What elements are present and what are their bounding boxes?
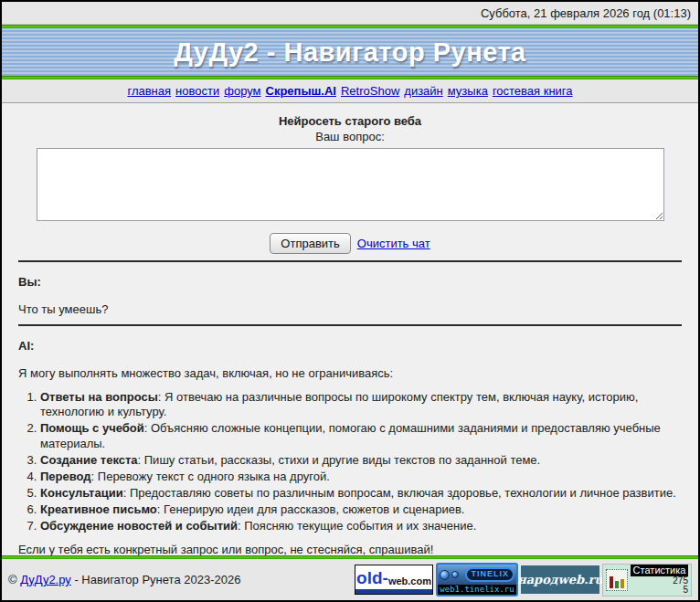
- list-item: Обсуждение новостей и событий: Поясняю т…: [40, 519, 682, 534]
- clear-chat-link[interactable]: Очистить чат: [357, 237, 430, 250]
- list-item-term: Креативное письмо: [40, 502, 157, 516]
- oldweb-banner-stripe: [355, 589, 432, 594]
- list-item-desc: : Пишу статьи, рассказы, стихи и другие …: [138, 453, 541, 467]
- narodweb-banner[interactable]: народweb.ru: [521, 565, 599, 594]
- list-item: Креативное письмо: Генерирую идеи для ра…: [40, 502, 682, 518]
- page: Суббота, 21 февраля 2026 год (01:13) ДуД…: [0, 0, 700, 602]
- back-button-icon: [440, 570, 450, 580]
- send-button[interactable]: Отправить: [270, 233, 350, 254]
- nav-link-glavnaya[interactable]: главная: [127, 84, 171, 98]
- chat-form: Нейросеть старого веба Ваш вопрос: Отпра…: [2, 114, 698, 254]
- list-item-term: Перевод: [40, 470, 91, 483]
- user-message-author: Вы:: [18, 275, 682, 290]
- list-item-desc: : Перевожу текст с одного языка на друго…: [91, 470, 330, 483]
- narodweb-banner-text: народweb.ru: [517, 573, 603, 586]
- list-item-desc: : Генерирую идеи для рассказов, сюжетов …: [157, 502, 465, 516]
- site-title: ДуДу2 - Навигатор Рунета: [174, 37, 526, 68]
- nav-link-gostevaya-kniga[interactable]: гостевая книга: [493, 84, 573, 98]
- tinelix-banner[interactable]: TINELIX web1.tinelix.ru: [436, 563, 518, 597]
- list-item-term: Помощь с учебой: [40, 421, 144, 435]
- chat-form-title: Нейросеть старого веба: [2, 114, 698, 128]
- list-item-term: Ответы на вопросы: [40, 390, 158, 404]
- ai-message: AI: Я могу выполнять множество задач, вк…: [2, 339, 698, 555]
- list-item-desc: : Предоставляю советы по различным вопро…: [123, 486, 676, 500]
- tinelix-logo: TINELIX: [465, 567, 514, 582]
- tinelix-browser-art: TINELIX: [438, 565, 516, 585]
- form-buttons-row: Отправить Очистить чат: [2, 233, 698, 254]
- nav-link-novosti[interactable]: новости: [175, 84, 219, 98]
- oldweb-banner-text: old- web.com: [355, 565, 432, 589]
- question-input[interactable]: [37, 148, 664, 221]
- list-item-desc: : Поясняю текущие события и их значение.: [238, 519, 476, 533]
- oldweb-banner[interactable]: old- web.com: [355, 565, 433, 595]
- copyright-suffix: - Навигатор Рунета 2023-2026: [71, 573, 241, 586]
- list-item-term: Обсуждение новостей и событий: [40, 519, 238, 533]
- copyright: © ДуДу2.ру - Навигатор Рунета 2023-2026: [8, 573, 240, 586]
- current-date: Суббота, 21 февраля 2026 год (01:13): [481, 6, 691, 20]
- question-label: Ваш вопрос:: [2, 130, 698, 143]
- nav-link-skrepysh-ai[interactable]: Скрепыш.AI: [266, 84, 336, 98]
- list-item: Создание текста: Пишу статьи, рассказы, …: [40, 453, 682, 469]
- ai-message-outro: Если у тебя есть конкретный запрос или в…: [18, 543, 682, 555]
- ai-message-intro: Я могу выполнять множество задач, включа…: [18, 366, 682, 382]
- list-item: Помощь с учебой: Объясняю сложные концеп…: [40, 421, 682, 452]
- list-item-term: Создание текста: [40, 453, 138, 467]
- main-nav: главная новости форум Скрепыш.AI RetroSh…: [2, 79, 698, 103]
- list-item: Ответы на вопросы: Я отвечаю на различны…: [40, 390, 682, 421]
- site-header: ДуДу2 - Навигатор Рунета: [2, 28, 698, 76]
- chat-messages: Вы: Что ты умеешь?: [2, 275, 698, 318]
- list-item: Консультации: Предоставляю советы по раз…: [40, 486, 682, 502]
- tinelix-url: web1.tinelix.ru: [438, 585, 516, 595]
- list-item-term: Консультации: [40, 486, 123, 500]
- divider: [18, 324, 682, 326]
- statistics-value-bottom: 5: [683, 586, 688, 595]
- date-bar: Суббота, 21 февраля 2026 год (01:13): [2, 2, 698, 25]
- footer: © ДуДу2.ру - Навигатор Рунета 2023-2026 …: [2, 559, 698, 600]
- nav-link-dizain[interactable]: дизайн: [404, 84, 442, 98]
- ai-capabilities-list: Ответы на вопросы: Я отвечаю на различны…: [18, 390, 682, 534]
- copyright-prefix: ©: [8, 573, 20, 586]
- nav-link-retroshow[interactable]: RetroShow: [341, 84, 399, 98]
- user-message-text: Что ты умеешь?: [18, 302, 682, 318]
- nav-link-muzyka[interactable]: музыка: [448, 84, 488, 98]
- oldweb-part1: old-: [356, 569, 388, 586]
- oldweb-part2: web.com: [388, 576, 431, 586]
- bar-chart-icon: [606, 569, 628, 591]
- statistics-values: Статистика 275 5: [631, 565, 688, 595]
- nav-link-forum[interactable]: форум: [224, 84, 260, 98]
- forward-button-icon: [451, 571, 459, 578]
- divider: [18, 260, 682, 262]
- footer-home-link[interactable]: ДуДу2.ру: [20, 573, 71, 586]
- banner-strip: old- web.com TINELIX web1.tinelix.ru нар…: [355, 563, 692, 597]
- content-area: Нейросеть старого веба Ваш вопрос: Отпра…: [2, 103, 698, 555]
- ai-message-author: AI:: [18, 339, 682, 354]
- statistics-counter[interactable]: Статистика 275 5: [602, 564, 692, 597]
- list-item: Перевод: Перевожу текст с одного языка н…: [40, 470, 682, 485]
